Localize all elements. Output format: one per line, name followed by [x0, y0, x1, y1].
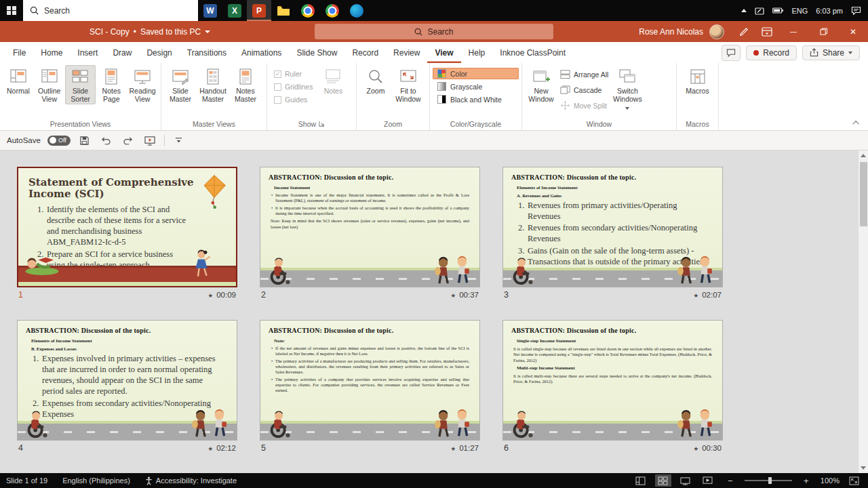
record-button[interactable]: Record [746, 45, 797, 60]
vertical-scrollbar[interactable] [858, 150, 868, 473]
black-and-white-button[interactable]: Black and White [433, 94, 519, 105]
taskbar-search[interactable]: Search [23, 0, 198, 21]
language-status[interactable]: English (Philippines) [62, 476, 130, 485]
cascade-button[interactable]: Cascade [557, 83, 611, 96]
tab-insert[interactable]: Insert [70, 42, 105, 63]
transition-star-icon [694, 444, 699, 452]
slide-thumbnail-3[interactable]: ABSTRACTION: Discussion of the topic.Ele… [502, 167, 723, 287]
slide-thumbnail-5[interactable]: ABSTRACTION: Discussion of the topic.Not… [260, 320, 480, 441]
zoom-out-button[interactable] [722, 474, 738, 487]
macros-button[interactable]: Macros [682, 65, 714, 96]
slide-sorter-view-button-small[interactable] [655, 474, 671, 487]
zoom-slider-thumb[interactable] [768, 477, 772, 484]
tab-animations[interactable]: Animations [234, 42, 289, 63]
redo-button[interactable] [121, 133, 136, 148]
slide-thumbnail-4[interactable]: ABSTRACTION: Discussion of the topic.Ele… [17, 320, 237, 441]
fit-slide-to-window-button[interactable] [846, 474, 862, 487]
tab-draw[interactable]: Draw [105, 42, 139, 63]
notes-button[interactable]: Notes [317, 65, 349, 96]
gridlines-checkbox[interactable]: Gridlines [274, 83, 313, 91]
share-button[interactable]: Share [802, 45, 860, 60]
language-indicator[interactable]: ENG [791, 7, 808, 15]
pen-input-button[interactable] [755, 7, 764, 15]
word-app-button[interactable] [198, 0, 222, 21]
reading-view-button[interactable]: Reading View [127, 65, 158, 104]
slide-thumbnail-2[interactable]: ABSTRACTION: Discussion of the topic.Inc… [260, 167, 480, 287]
tab-file[interactable]: File [5, 42, 33, 63]
accessibility-status[interactable]: Accessibility: Investigate [145, 476, 237, 485]
grayscale-button[interactable]: Grayscale [433, 81, 519, 92]
user-name[interactable]: Rose Ann Nicolas [639, 27, 703, 37]
group-label: Master Views [161, 119, 267, 130]
move-split-button[interactable]: Move Split [557, 99, 611, 112]
ruler-checkbox[interactable]: Ruler [274, 70, 313, 78]
tab-review[interactable]: Review [386, 42, 427, 63]
powerpoint-app-button[interactable] [247, 0, 271, 21]
clock[interactable]: 6:03 pm [816, 7, 843, 15]
guides-checkbox[interactable]: Guides [274, 96, 313, 104]
slide-thumbnail-1[interactable]: Statement of Comprehensive Income (SCI)1… [17, 167, 237, 287]
slide-title: ABSTRACTION: Discussion of the topic. [260, 321, 479, 336]
dialog-launcher-icon[interactable] [319, 121, 325, 127]
slide-master-button[interactable]: Slide Master [164, 65, 197, 104]
scroll-up-button[interactable] [859, 150, 868, 161]
scrollbar-track[interactable] [859, 161, 868, 463]
slide-text-block: 1.Revenues from primary activities/Opera… [513, 200, 712, 222]
arrange-all-button[interactable]: Arrange All [557, 68, 611, 81]
zoom-in-button[interactable] [798, 474, 814, 487]
tab-record[interactable]: Record [344, 42, 386, 63]
collapse-ribbon-button[interactable] [850, 118, 863, 127]
scroll-down-button[interactable] [859, 463, 868, 473]
tab-view[interactable]: View [427, 42, 460, 63]
fit-to-window-button[interactable]: Fit to Window [392, 65, 425, 104]
minimize-button[interactable] [778, 21, 808, 42]
start-button[interactable] [0, 0, 23, 21]
battery-button[interactable] [772, 7, 783, 14]
scrollbar-thumb[interactable] [860, 162, 867, 226]
avatar[interactable] [709, 24, 724, 39]
slide-sorter-button[interactable]: Slide Sorter [65, 65, 96, 104]
ribbon-display-options-button[interactable] [755, 21, 778, 42]
normal-view-button-small[interactable] [633, 474, 649, 487]
tab-design[interactable]: Design [139, 42, 179, 63]
notes-page-button[interactable]: Notes Page [96, 65, 127, 104]
slide-show-button-small[interactable] [700, 474, 716, 487]
color-button[interactable]: Color [433, 68, 519, 79]
switch-windows-button[interactable]: Switch Windows [611, 65, 644, 113]
save-button[interactable] [77, 133, 92, 148]
zoom-level[interactable]: 100% [821, 476, 840, 485]
tab-help[interactable]: Help [461, 42, 493, 63]
comments-button[interactable] [722, 45, 741, 61]
chrome-app-button-2[interactable] [320, 0, 344, 21]
running-girl-graphic [190, 249, 213, 279]
start-from-beginning-button[interactable] [142, 133, 157, 148]
tab-slide-show[interactable]: Slide Show [289, 42, 344, 63]
title-search-box[interactable]: Search [315, 24, 553, 39]
slide-thumbnail-6[interactable]: ABSTRACTION: Discussion of the topic.Sin… [502, 320, 723, 441]
tray-expand-button[interactable] [741, 9, 747, 12]
action-center-button[interactable] [851, 6, 861, 15]
document-title[interactable]: SCI - Copy • Saved to this PC [90, 21, 210, 42]
tab-home[interactable]: Home [33, 42, 70, 63]
restore-button[interactable] [808, 21, 838, 42]
outline-view-button[interactable]: Outline View [34, 65, 65, 104]
chrome-app-button[interactable] [296, 0, 320, 21]
normal-view-button[interactable]: Normal [3, 65, 34, 96]
autosave-toggle[interactable]: Off [47, 136, 71, 146]
new-window-button[interactable]: New Window [525, 65, 557, 104]
customize-quick-access-button[interactable] [172, 133, 186, 148]
notes-master-button[interactable]: Notes Master [229, 65, 262, 104]
zoom-slider[interactable] [745, 480, 792, 481]
edge-app-button[interactable] [344, 0, 369, 21]
tab-inknoe-classpoint[interactable]: Inknoe ClassPoint [492, 42, 573, 63]
excel-app-button[interactable] [222, 0, 247, 21]
reading-view-button-small[interactable] [677, 474, 694, 487]
close-button[interactable] [838, 21, 868, 42]
handout-master-button[interactable]: Handout Master [197, 65, 229, 104]
file-explorer-app-button[interactable] [271, 0, 296, 21]
slide-indicator[interactable]: Slide 1 of 19 [6, 476, 47, 485]
undo-button[interactable] [99, 133, 114, 148]
zoom-button[interactable]: Zoom [359, 65, 392, 96]
tab-transitions[interactable]: Transitions [180, 42, 234, 63]
inking-button[interactable] [732, 21, 755, 42]
